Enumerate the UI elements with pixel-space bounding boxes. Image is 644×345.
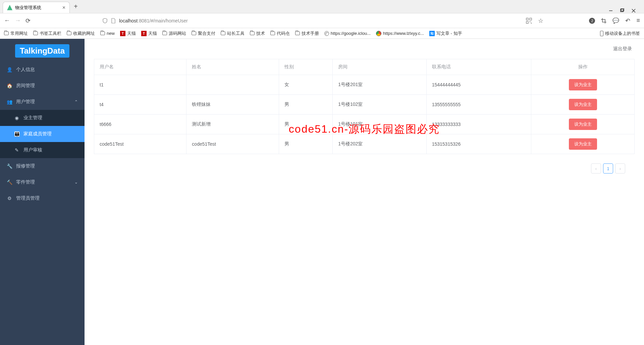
bookmark-item[interactable]: 移动设备上的书签: [600, 30, 640, 37]
page-number-button[interactable]: 1: [603, 163, 613, 174]
bookmarks-bar: 常用网址 书签工具栏 收藏的网址 new T天猫 T天猫 源码网站 聚合支付 站…: [0, 28, 644, 39]
table-row: t1女1号楼201室15444444445设为业主: [94, 75, 635, 95]
bookmark-item[interactable]: new: [100, 31, 115, 36]
browser-tab[interactable]: 物业管理系统 ×: [3, 2, 70, 13]
cell-gender: 男: [279, 115, 333, 134]
menu-label: 房间管理: [16, 83, 35, 89]
new-tab-button[interactable]: +: [70, 3, 82, 10]
logout-link[interactable]: 退出登录: [613, 46, 632, 52]
browser-toolbar: ← → ⟳ localhost:8081/#/main/homeUser ☆ 2…: [0, 13, 644, 28]
menu-label: 报修管理: [16, 163, 35, 169]
bookmark-item[interactable]: 站长工具: [221, 30, 245, 37]
wrench-icon: 🔧: [7, 163, 12, 169]
close-window-icon[interactable]: [631, 8, 636, 13]
bookmark-item[interactable]: 常用网址: [4, 30, 28, 37]
sidebar-item-parts[interactable]: 🔨 零件管理 ⌄: [0, 174, 85, 190]
folder-icon: [295, 31, 300, 35]
bookmark-item[interactable]: 知写文章 - 知乎: [429, 30, 462, 37]
crop-icon[interactable]: [601, 18, 606, 23]
sidebar-item-personal[interactable]: 👤 个人信息: [0, 62, 85, 78]
table-row: t4铁锂妹妹男1号楼102室13555555555设为业主: [94, 95, 635, 115]
cell-room: 1号楼101室: [333, 115, 426, 134]
sidebar-item-user[interactable]: 👥 用户管理 ⌃: [0, 94, 85, 110]
star-icon[interactable]: ☆: [538, 17, 543, 24]
sidebar-subitem-audit[interactable]: ✎ 用户审核: [0, 142, 85, 158]
qr-icon[interactable]: [526, 18, 532, 24]
page-prev-button[interactable]: ‹: [591, 163, 601, 174]
menu-label: 用户管理: [16, 99, 35, 105]
cell-name: [186, 75, 279, 95]
folder-icon: [4, 31, 9, 35]
tab-title: 物业管理系统: [15, 5, 41, 11]
chevron-down-icon: ⌄: [74, 180, 78, 185]
sidebar-item-room[interactable]: 🏠 房间管理: [0, 78, 85, 94]
menu-label: 管理员管理: [16, 195, 40, 201]
app-logo: TalkingData: [15, 44, 69, 58]
set-owner-button[interactable]: 设为业主: [569, 138, 597, 150]
set-owner-button[interactable]: 设为业主: [569, 119, 597, 130]
url-host: localhost:8081/#/main/homeUser: [119, 18, 188, 23]
svg-rect-1: [621, 9, 623, 12]
undo-icon[interactable]: ↶: [625, 17, 630, 24]
bookmark-item[interactable]: 技术: [250, 30, 265, 37]
sidebar-item-admin[interactable]: ⚙ 管理员管理: [0, 190, 85, 206]
table-row: code51Testcode51Test男1号楼202室15315315326设…: [94, 134, 635, 154]
audit-icon: ✎: [14, 147, 19, 153]
set-owner-button[interactable]: 设为业主: [569, 79, 597, 90]
sidebar-item-repair[interactable]: 🔧 报修管理: [0, 158, 85, 174]
chrome-icon: [376, 31, 381, 36]
set-owner-button[interactable]: 设为业主: [569, 99, 597, 110]
cell-phone: 13333333333: [426, 115, 531, 134]
cell-username: t6666: [94, 115, 186, 134]
maximize-icon[interactable]: [620, 8, 625, 13]
folder-icon: [162, 31, 167, 35]
cell-room: 1号楼201室: [333, 75, 426, 95]
bookmark-item[interactable]: 收藏的网址: [67, 30, 95, 37]
chat-icon[interactable]: 💬: [612, 17, 619, 24]
table-row: t6666测试新增男1号楼101室13333333333设为业主: [94, 115, 635, 134]
family-icon: 👪: [14, 131, 19, 137]
cell-username: code51Test: [94, 134, 186, 154]
bookmark-item[interactable]: 聚合支付: [192, 30, 215, 37]
page-icon: [111, 18, 116, 23]
bookmark-item[interactable]: 技术手册: [295, 30, 319, 37]
bookmark-item[interactable]: https://www.lzlxyy.c...: [376, 31, 424, 36]
cell-username: t4: [94, 95, 186, 115]
cell-room: 1号楼202室: [333, 134, 426, 154]
folder-icon: [192, 31, 196, 35]
tmall-icon: T: [141, 31, 147, 36]
cell-phone: 15315315326: [426, 134, 531, 154]
cell-phone: 15444444445: [426, 75, 531, 95]
sidebar-subitem-owner[interactable]: ◉ 业主管理: [0, 110, 85, 126]
main-header: 退出登录: [85, 39, 644, 59]
th-action: 操作: [531, 59, 635, 75]
menu-icon[interactable]: ≡: [636, 17, 640, 24]
pagination: ‹ 1 ›: [94, 154, 635, 183]
page-next-button[interactable]: ›: [615, 163, 625, 174]
bookmark-item[interactable]: 代码仓: [270, 30, 290, 37]
cell-action: 设为业主: [531, 95, 635, 115]
cell-name: 测试新增: [186, 115, 279, 134]
browser-tab-strip: 物业管理系统 × +: [0, 0, 644, 13]
notifications-badge[interactable]: 2: [589, 18, 595, 24]
tmall-icon: T: [120, 31, 125, 36]
bookmark-item[interactable]: T天猫: [120, 30, 136, 37]
shield-icon: [102, 18, 108, 23]
bookmark-item[interactable]: 书签工具栏: [33, 30, 61, 37]
reload-button[interactable]: ⟳: [25, 17, 31, 24]
back-button[interactable]: ←: [4, 17, 10, 24]
submenu-label: 家庭成员管理: [23, 131, 52, 137]
close-tab-icon[interactable]: ×: [62, 5, 65, 11]
address-bar[interactable]: localhost:8081/#/main/homeUser: [35, 18, 521, 23]
bookmark-item[interactable]: https://google.iclou...: [324, 31, 371, 36]
cell-room: 1号楼102室: [333, 95, 426, 115]
bookmark-item[interactable]: T天猫: [141, 30, 157, 37]
svg-rect-6: [530, 18, 532, 20]
th-username: 用户名: [94, 59, 186, 75]
forward-button[interactable]: →: [15, 17, 21, 24]
menu-label: 个人信息: [16, 67, 35, 73]
bookmark-item[interactable]: 源码网站: [162, 30, 186, 37]
minimize-icon[interactable]: [608, 8, 613, 13]
folder-icon: [221, 31, 225, 35]
sidebar-subitem-family[interactable]: 👪 家庭成员管理: [0, 126, 85, 142]
